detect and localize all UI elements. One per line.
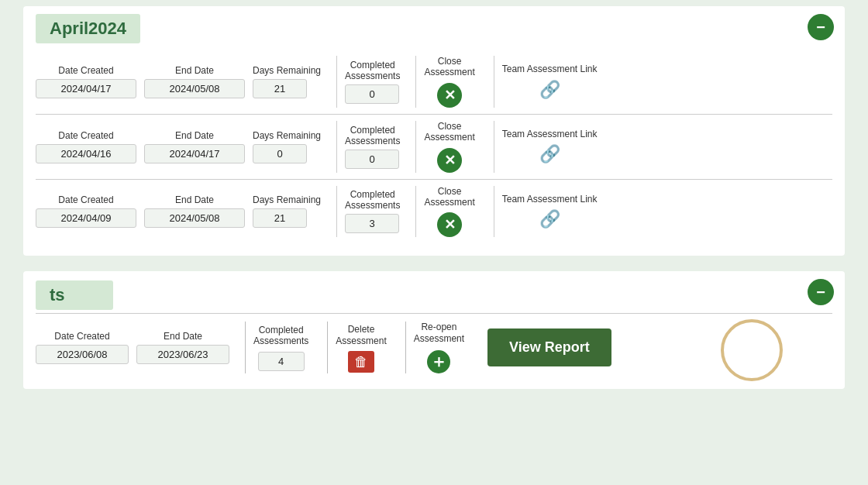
separator-1 (336, 56, 337, 108)
view-report-button[interactable]: View Report (487, 328, 611, 366)
date-created-value-1: 2024/04/17 (36, 79, 136, 98)
separator-2 (415, 56, 416, 108)
end-date-field-2: End Date 2024/04/17 (144, 130, 245, 163)
section-april2024-title: April2024 (36, 14, 140, 43)
separator-7 (336, 186, 337, 238)
end-date-value-1: 2024/05/08 (144, 79, 245, 98)
separator-bottom-2 (327, 322, 328, 373)
date-created-value-3: 2024/04/09 (36, 208, 136, 228)
end-date-field-3: End Date 2024/05/08 (144, 194, 245, 228)
table-row: Date Created 2024/04/09 End Date 2024/05… (36, 179, 832, 244)
table-row: Date Created 2024/04/16 End Date 2024/04… (36, 114, 832, 179)
completed-value-bottom: 4 (258, 352, 305, 371)
date-created-field-bottom: Date Created 2023/06/08 (36, 331, 129, 364)
team-link-group-2: Team Assessment Link 🔗 (502, 129, 598, 164)
table-row: Date Created 2024/04/17 End Date 2024/05… (36, 50, 832, 114)
days-remaining-value-3: 21 (253, 208, 307, 228)
collapse-button-april2024[interactable]: − (808, 14, 834, 40)
completed-assessments-value-2: 0 (345, 150, 399, 169)
section-ts: ts − Date Created 2023/06/08 End Date 20… (23, 271, 845, 389)
date-created-field-2: Date Created 2024/04/16 (36, 130, 136, 163)
separator-5 (415, 121, 416, 173)
team-assessment-link-button-3[interactable]: 🔗 (539, 209, 560, 229)
separator-3 (494, 56, 494, 108)
team-link-group-3: Team Assessment Link 🔗 (502, 194, 598, 229)
collapse-button-ts[interactable]: − (808, 279, 834, 305)
close-assessment-group-1: Close Assessment ✕ (424, 56, 474, 108)
completed-assessments-field-2: Completed Assessments 0 (345, 125, 400, 169)
section-april2024: April2024 − Date Created 2024/04/17 End … (23, 6, 845, 256)
close-assessment-button-1[interactable]: ✕ (437, 83, 462, 108)
date-created-value-2: 2024/04/16 (36, 144, 136, 163)
separator-6 (494, 121, 494, 173)
date-created-field-3: Date Created 2024/04/09 (36, 194, 136, 228)
date-created-value-bottom: 2023/06/08 (36, 345, 129, 364)
team-link-group-1: Team Assessment Link 🔗 (502, 64, 598, 99)
end-date-value-3: 2024/05/08 (144, 208, 245, 228)
completed-assessments-field-1: Completed Assessments 0 (345, 60, 400, 104)
days-remaining-field-3: Days Remaining 21 (253, 194, 321, 228)
end-date-value-bottom: 2023/06/23 (136, 345, 229, 364)
end-date-value-2: 2024/04/17 (144, 144, 245, 163)
close-assessment-group-3: Close Assessment ✕ (424, 186, 474, 238)
assessment-rows-april2024: Date Created 2024/04/17 End Date 2024/05… (36, 50, 832, 243)
reopen-assessment-group: Re-open Assessment ＋ (414, 322, 464, 373)
separator-bottom-3 (405, 322, 406, 373)
end-date-field-1: End Date 2024/05/08 (144, 65, 245, 98)
reopen-assessment-button[interactable]: ＋ (427, 349, 450, 373)
completed-assessments-value-1: 0 (345, 84, 399, 104)
date-created-field-1: Date Created 2024/04/17 (36, 65, 136, 98)
days-remaining-value-2: 0 (253, 144, 307, 163)
section-ts-title: ts (36, 280, 113, 310)
team-assessment-link-button-2[interactable]: 🔗 (539, 144, 560, 164)
separator-4 (336, 121, 337, 173)
close-assessment-button-2[interactable]: ✕ (437, 148, 462, 173)
delete-assessment-button[interactable]: 🗑 (348, 351, 374, 371)
completed-assessments-bottom: Completed Assessments 4 (253, 325, 308, 371)
bottom-assessment-row: Date Created 2023/06/08 End Date 2023/06… (36, 313, 832, 377)
days-remaining-field-1: Days Remaining 21 (253, 65, 321, 98)
separator-9 (494, 186, 494, 238)
separator-8 (415, 186, 416, 238)
days-remaining-field-2: Days Remaining 0 (253, 130, 321, 163)
end-date-field-bottom: End Date 2023/06/23 (136, 331, 229, 364)
close-assessment-group-2: Close Assessment ✕ (424, 121, 474, 173)
completed-assessments-field-3: Completed Assessments 3 (345, 189, 400, 233)
close-assessment-button-3[interactable]: ✕ (437, 212, 462, 237)
delete-assessment-group: Delete Assessment 🗑 (336, 324, 386, 371)
days-remaining-value-1: 21 (253, 79, 307, 98)
team-assessment-link-button-1[interactable]: 🔗 (539, 80, 560, 100)
completed-assessments-value-3: 3 (345, 214, 399, 233)
separator-bottom-1 (245, 322, 246, 373)
